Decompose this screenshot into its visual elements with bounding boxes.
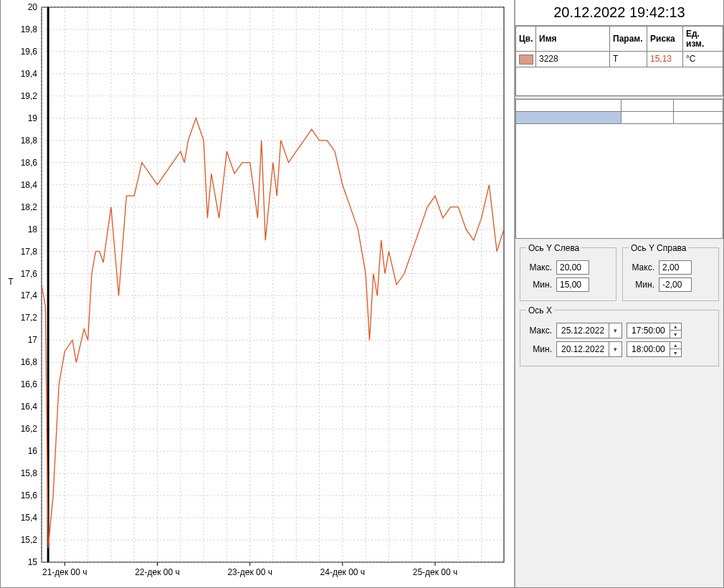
svg-text:24-дек 00 ч: 24-дек 00 ч xyxy=(320,567,366,577)
sensor-table[interactable]: Цв. Имя Парам. Риска Ед. изм. 3228 T 15,… xyxy=(515,26,723,96)
legend-x: Ось X xyxy=(526,305,554,316)
input-yr-min[interactable] xyxy=(659,278,692,292)
svg-text:16,2: 16,2 xyxy=(21,424,38,434)
svg-text:23-дек 00 ч: 23-дек 00 ч xyxy=(227,567,272,577)
svg-text:17,8: 17,8 xyxy=(21,247,38,257)
th-mark[interactable]: Риска xyxy=(647,27,683,52)
th-name[interactable]: Имя xyxy=(536,27,610,52)
legend-y-right: Ось Y Справа xyxy=(629,243,688,253)
svg-text:17: 17 xyxy=(28,335,38,345)
chevron-down-icon[interactable]: ▼ xyxy=(670,349,681,356)
combo-x-max-date[interactable]: 25.12.2022 ▾ xyxy=(556,323,622,338)
color-swatch xyxy=(519,54,533,65)
svg-text:19,8: 19,8 xyxy=(21,24,38,34)
svg-text:17,4: 17,4 xyxy=(21,290,38,300)
svg-text:18,4: 18,4 xyxy=(21,180,38,190)
cell-param: T xyxy=(610,52,647,67)
label-yr-min: Мин. xyxy=(629,280,654,290)
th-param[interactable]: Парам. xyxy=(610,27,647,52)
svg-text:18,2: 18,2 xyxy=(21,202,38,212)
svg-text:19: 19 xyxy=(28,113,38,123)
svg-text:20: 20 xyxy=(28,3,38,12)
chart-panel: 1515,215,415,615,81616,216,416,616,81717… xyxy=(1,0,515,587)
svg-text:15: 15 xyxy=(28,557,38,567)
th-color[interactable]: Цв. xyxy=(516,27,536,52)
temperature-chart[interactable]: 1515,215,415,615,81616,216,416,616,81717… xyxy=(2,3,511,584)
side-panel: 20.12.2022 19:42:13 Цв. Имя Парам. Риска… xyxy=(515,0,723,587)
axis-y-right-group: Ось Y Справа Макс. Мин. xyxy=(622,243,719,301)
input-yl-max[interactable] xyxy=(556,260,589,275)
chevron-up-icon[interactable]: ▲ xyxy=(670,323,681,331)
svg-text:16: 16 xyxy=(28,446,38,456)
input-yr-max[interactable] xyxy=(659,260,692,275)
th-unit[interactable]: Ед. изм. xyxy=(683,27,723,52)
svg-text:16,8: 16,8 xyxy=(21,357,38,367)
svg-text:17,2: 17,2 xyxy=(21,313,38,323)
svg-text:15,6: 15,6 xyxy=(21,490,38,501)
svg-text:21-дек 00 ч: 21-дек 00 ч xyxy=(42,567,87,577)
svg-text:25-дек 00 ч: 25-дек 00 ч xyxy=(413,567,458,577)
svg-text:15,2: 15,2 xyxy=(21,535,38,545)
cell-mark: 15,13 xyxy=(647,52,683,67)
chevron-down-icon[interactable]: ▼ xyxy=(670,331,681,338)
spinner-x-min-time[interactable]: 18:00:00 ▲▼ xyxy=(627,341,682,357)
chevron-down-icon: ▾ xyxy=(609,342,621,356)
svg-text:19,2: 19,2 xyxy=(21,91,38,101)
svg-text:18,6: 18,6 xyxy=(21,158,38,168)
table-row[interactable]: 3228 T 15,13 °C xyxy=(516,52,723,67)
label-yr-max: Макс. xyxy=(629,262,654,272)
svg-text:T: T xyxy=(8,277,14,287)
svg-text:18,8: 18,8 xyxy=(21,136,38,146)
spinner-x-max-time[interactable]: 17:50:00 ▲▼ xyxy=(627,323,682,338)
input-yl-min[interactable] xyxy=(556,278,589,292)
chevron-down-icon: ▾ xyxy=(609,323,621,338)
chevron-up-icon[interactable]: ▲ xyxy=(670,342,681,350)
secondary-grid[interactable] xyxy=(515,99,723,239)
svg-text:19,4: 19,4 xyxy=(21,69,38,79)
svg-text:22-дек 00 ч: 22-дек 00 ч xyxy=(135,567,180,577)
axis-y-left-group: Ось Y Слева Макс. Мин. xyxy=(520,243,616,301)
svg-text:16,4: 16,4 xyxy=(21,402,38,412)
label-yl-max: Макс. xyxy=(526,262,552,272)
cell-name: 3228 xyxy=(536,52,610,67)
svg-text:18: 18 xyxy=(28,224,38,234)
label-x-min: Мин. xyxy=(526,344,552,354)
svg-text:16,6: 16,6 xyxy=(21,379,38,389)
svg-text:15,4: 15,4 xyxy=(21,513,38,523)
svg-text:15,8: 15,8 xyxy=(21,468,38,478)
cursor-timestamp: 20.12.2022 19:42:13 xyxy=(515,0,723,26)
label-x-max: Макс. xyxy=(526,326,552,336)
svg-text:17,6: 17,6 xyxy=(21,269,38,279)
label-yl-min: Мин. xyxy=(526,280,552,290)
legend-y-left: Ось Y Слева xyxy=(526,243,581,253)
svg-text:19,6: 19,6 xyxy=(21,47,38,57)
combo-x-min-date[interactable]: 20.12.2022 ▾ xyxy=(556,341,622,357)
cell-unit: °C xyxy=(683,52,723,67)
axis-x-group: Ось X Макс. 25.12.2022 ▾ 17:50:00 ▲▼ Мин… xyxy=(520,305,719,366)
